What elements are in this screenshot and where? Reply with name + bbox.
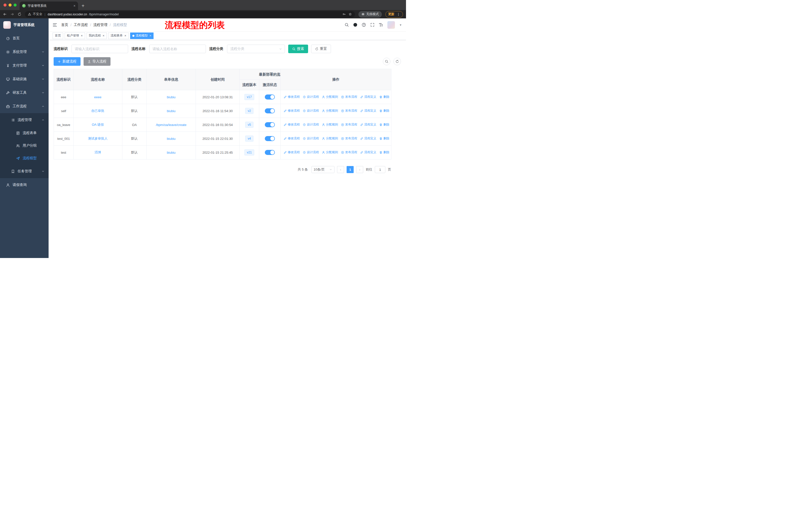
close-icon[interactable]: × (124, 34, 126, 37)
back-icon[interactable] (3, 12, 7, 16)
action-link[interactable]: 流程定义 (360, 123, 376, 127)
browser-update-button[interactable]: 更新 (385, 11, 403, 18)
toggle-search-button[interactable] (383, 58, 390, 65)
action-edit[interactable]: 修改流程 (284, 136, 300, 141)
action-publish[interactable]: 发布流程 (341, 136, 357, 141)
breadcrumb-item[interactable]: 首页 (61, 23, 68, 27)
active-toggle[interactable] (265, 150, 275, 155)
github-icon[interactable] (353, 23, 357, 27)
sidebar-item-process-form[interactable]: 流程表单 (0, 127, 49, 139)
action-design[interactable]: 设计流程 (303, 150, 319, 155)
form-info-link[interactable]: biubiu (167, 109, 176, 113)
next-page-button[interactable]: › (356, 166, 363, 173)
active-toggle[interactable] (265, 94, 275, 100)
action-assign[interactable]: 分配规则 (322, 150, 338, 155)
action-delete[interactable]: 删除 (379, 150, 389, 155)
action-assign[interactable]: 分配规则 (322, 95, 338, 99)
action-link[interactable]: 流程定义 (360, 95, 376, 99)
action-design[interactable]: 设计流程 (303, 95, 319, 99)
active-toggle[interactable] (265, 108, 275, 113)
action-publish[interactable]: 发布流程 (341, 150, 357, 155)
action-publish[interactable]: 发布流程 (341, 109, 357, 113)
sidebar-item-infrastructure[interactable]: 基础设施 (0, 72, 49, 86)
help-icon[interactable] (362, 23, 366, 27)
action-design[interactable]: 设计流程 (303, 109, 319, 113)
tags-view-tab[interactable]: 我的流程 × (87, 32, 107, 39)
action-delete[interactable]: 删除 (379, 95, 389, 99)
new-tab-button[interactable]: + (82, 1, 85, 10)
process-name-link[interactable]: 滔博 (95, 151, 101, 154)
sidebar-item-task-manage[interactable]: 任务管理 (0, 165, 49, 178)
refresh-table-button[interactable] (394, 58, 401, 65)
address-bar[interactable]: 不安全 | dashboard.yudao.iocoder.cn /bpm/ma… (25, 11, 355, 18)
action-delete[interactable]: 删除 (379, 123, 389, 127)
action-assign[interactable]: 分配规则 (322, 123, 338, 127)
font-size-icon[interactable] (379, 23, 383, 27)
close-window-button[interactable] (3, 3, 6, 6)
process-name-link[interactable]: 测试多审批人 (88, 137, 108, 140)
action-delete[interactable]: 删除 (379, 109, 389, 113)
key-icon[interactable] (343, 12, 346, 16)
action-edit[interactable]: 修改流程 (284, 109, 300, 113)
close-icon[interactable]: × (81, 34, 83, 37)
action-design[interactable]: 设计流程 (303, 136, 319, 141)
sidebar-item-payment[interactable]: 支付管理 (0, 59, 49, 72)
action-edit[interactable]: 修改流程 (284, 95, 300, 99)
tags-view-tab[interactable]: 流程模型 × (130, 32, 154, 39)
sidebar-item-workflow[interactable]: 工作流程 (0, 100, 49, 113)
current-page[interactable]: 1 (347, 166, 354, 173)
reload-icon[interactable] (18, 12, 21, 16)
breadcrumb-item[interactable]: 工作流程 (74, 23, 88, 27)
sidebar-item-user-group[interactable]: 用户分组 (0, 139, 49, 152)
sidebar-item-home[interactable]: 首页 (0, 31, 49, 45)
action-link[interactable]: 流程定义 (360, 150, 376, 155)
sidebar-item-process-model[interactable]: 流程模型 (0, 152, 49, 165)
reset-button[interactable]: 重置 (311, 45, 331, 53)
breadcrumb-item[interactable]: 流程管理 (93, 23, 108, 27)
form-info-link[interactable]: /bpm/oa/leave/create (156, 123, 186, 127)
browser-menu-icon[interactable] (397, 12, 400, 16)
maximize-window-button[interactable] (13, 3, 17, 6)
sidebar-item-system[interactable]: 系统管理 (0, 45, 49, 59)
process-name-link[interactable]: OA 请假 (92, 123, 104, 127)
fullscreen-icon[interactable] (370, 23, 375, 27)
action-publish[interactable]: 发布流程 (341, 123, 357, 127)
action-assign[interactable]: 分配规则 (322, 136, 338, 141)
minimize-window-button[interactable] (8, 3, 11, 6)
user-avatar[interactable] (387, 21, 395, 29)
sidebar-item-process-manage[interactable]: 流程管理 (0, 113, 49, 127)
goto-page-input[interactable] (375, 166, 385, 173)
active-toggle[interactable] (265, 122, 275, 127)
action-link[interactable]: 流程定义 (360, 109, 376, 113)
process-name-input[interactable] (149, 45, 206, 53)
tags-view-tab[interactable]: 租户管理 × (65, 32, 85, 39)
action-link[interactable]: 流程定义 (360, 136, 376, 141)
tags-view-tab[interactable]: 首页 (53, 32, 63, 39)
bookmark-star-icon[interactable] (349, 12, 352, 16)
process-id-input[interactable] (71, 45, 128, 53)
sidebar-item-leave-query[interactable]: 请假查询 (0, 178, 49, 192)
tab-close-icon[interactable]: × (74, 4, 76, 8)
action-publish[interactable]: 发布流程 (341, 95, 357, 99)
close-icon[interactable]: × (103, 34, 105, 37)
tags-view-tab[interactable]: 流程表单 × (108, 32, 128, 39)
browser-tab[interactable]: 芋道管理系统 × (20, 1, 78, 10)
action-delete[interactable]: 删除 (379, 136, 389, 141)
process-name-link[interactable]: 自己审批 (91, 109, 105, 113)
chevron-down-icon[interactable]: ▼ (399, 23, 402, 26)
form-info-link[interactable]: biubiu (167, 151, 176, 155)
page-size-select[interactable]: 10条/页 (311, 166, 335, 173)
search-icon[interactable] (345, 23, 349, 27)
action-design[interactable]: 设计流程 (303, 123, 319, 127)
form-info-link[interactable]: biubiu (167, 95, 176, 99)
active-toggle[interactable] (265, 136, 275, 141)
process-name-link[interactable]: eeee (94, 95, 102, 99)
category-select[interactable]: 流程分类 (227, 45, 285, 53)
forward-icon[interactable] (10, 12, 14, 16)
prev-page-button[interactable]: ‹ (337, 166, 344, 173)
action-edit[interactable]: 修改流程 (284, 150, 300, 155)
create-process-button[interactable]: 新建流程 (54, 57, 81, 66)
close-icon[interactable]: × (149, 34, 151, 37)
sidebar-item-devtools[interactable]: 研发工具 (0, 86, 49, 100)
search-button[interactable]: 搜索 (288, 45, 308, 53)
